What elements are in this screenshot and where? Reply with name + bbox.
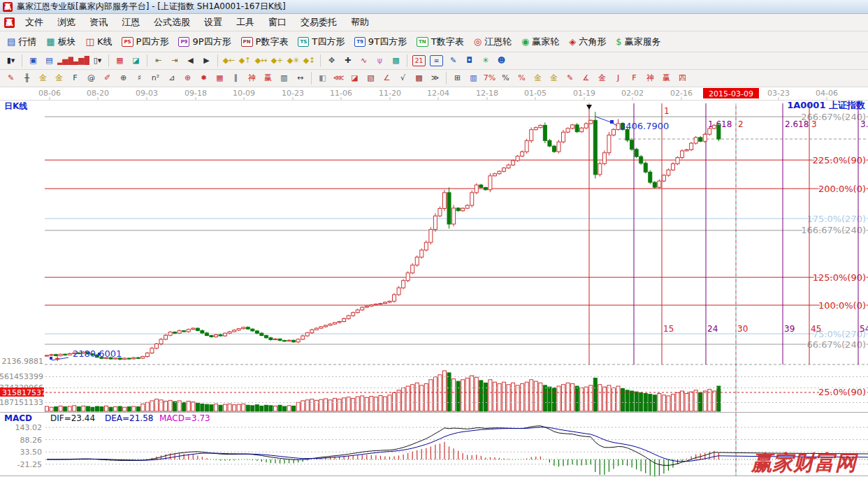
box-select-icon[interactable]: ◧ (314, 71, 331, 85)
watermark: 赢家财富网 (751, 450, 859, 475)
crosshair-icon[interactable]: ✚ (340, 54, 356, 68)
menu-item-4[interactable]: 公式选股 (147, 15, 196, 30)
target-red-icon[interactable]: ⊕ (180, 71, 196, 85)
gold-grid-1-icon[interactable]: 金 (35, 71, 51, 85)
bars-9-icon[interactable]: ▃▆█ (73, 54, 89, 68)
grid-pattern-icon[interactable]: ▩ (388, 54, 404, 68)
gann-arrow-star-icon[interactable]: ◆✳ (285, 54, 301, 68)
menu-item-7[interactable]: 窗口 (262, 15, 293, 30)
h-measure-icon[interactable]: ↔ (292, 71, 308, 85)
save-disk-icon[interactable]: ◘ (461, 54, 477, 68)
ying-tool-icon[interactable]: 赢 (260, 71, 276, 85)
si-diag-icon[interactable]: 四 (674, 71, 690, 85)
dense-grid-icon[interactable]: ♯ (131, 71, 147, 85)
menu-item-2[interactable]: 资讯 (83, 15, 114, 30)
menu-item-6[interactable]: 工具 (230, 15, 261, 30)
multi-color-chart-icon[interactable]: ◪ (128, 54, 144, 68)
date-tick-label: 12-18 (476, 89, 498, 98)
t-square-button[interactable]: TST四方形 (294, 34, 349, 50)
wave-tool-icon[interactable]: ∡ (578, 71, 594, 85)
t-number-table-button[interactable]: TNT数字表 (412, 34, 468, 50)
gann-arrow-cross-icon[interactable]: ◆+ (269, 54, 285, 68)
angle-line-icon[interactable]: ∿ (356, 54, 372, 68)
notebook-icon[interactable]: ✎ (445, 54, 461, 68)
parallel-lines-icon[interactable]: ≫ (427, 71, 443, 85)
gann-wheel-button[interactable]: ◎江恩轮 (470, 34, 516, 50)
ruler-grid-icon[interactable]: ▥ (276, 71, 292, 85)
p-square-button[interactable]: PSP四方形 (117, 34, 173, 50)
star-target-icon[interactable]: ✹ (196, 71, 212, 85)
volume-tool-icon[interactable]: ▥ (465, 71, 482, 85)
p-number-table-button[interactable]: PNP数字表 (237, 34, 293, 50)
menu-item-5[interactable]: 设置 (198, 15, 229, 30)
quote-board-icon[interactable]: ▤ (41, 54, 57, 68)
shen-diag-icon[interactable]: 神 (642, 71, 658, 85)
grid-target-icon[interactable]: ▦ (212, 71, 228, 85)
angle-fan-icon[interactable]: ∠ (379, 71, 395, 85)
pct-line-icon[interactable]: % (514, 71, 530, 85)
grid-tool-icon[interactable]: ╫ (19, 71, 35, 85)
fan-lines-icon[interactable]: ⋘ (331, 71, 347, 85)
f-grid-icon[interactable]: F (67, 71, 83, 85)
draw-pen-icon[interactable]: ✎ (3, 71, 19, 85)
shen-tool-icon[interactable]: 神 (244, 71, 260, 85)
menu-item-9[interactable]: 帮助 (345, 15, 375, 30)
toolbar-separator (108, 54, 109, 67)
macd-hist-value: MACD=3.73 (159, 413, 210, 423)
calculator-icon[interactable]: ≡ (430, 55, 443, 66)
candle-style-icon[interactable]: ▮▾ (3, 54, 19, 68)
winner-wheel-button[interactable]: ◉赢家轮 (517, 34, 563, 50)
pen-gold-icon[interactable]: ✎ (562, 71, 578, 85)
gold-diag-icon[interactable]: 金 (594, 71, 610, 85)
goto-last-icon[interactable]: ⇥ (166, 54, 182, 68)
sectors-button[interactable]: ▦板块 (42, 34, 80, 50)
bars-3-icon[interactable]: ▂▅▇ (57, 54, 73, 68)
menu-item-8[interactable]: 交易委托 (294, 15, 343, 30)
window-zoom-icon[interactable]: ▣ (25, 54, 41, 68)
quotes-button[interactable]: ▤行情 (3, 34, 41, 50)
winner-wheel-icon: ◉ (521, 37, 529, 47)
seven-pct-icon[interactable]: 7% (482, 71, 498, 85)
gann-arrow-left-icon[interactable]: ◆← (221, 54, 237, 68)
grid-b2-icon[interactable]: ▩ (411, 71, 427, 85)
net-tools-icon[interactable]: ✳ (477, 54, 493, 68)
spiral-icon[interactable]: @ (83, 71, 99, 85)
j-diag-icon[interactable]: J (610, 71, 626, 85)
ying-diag-icon[interactable]: 赢 (658, 71, 674, 85)
menu-item-3[interactable]: 江恩 (115, 15, 146, 30)
shade-box-icon[interactable]: ◪ (347, 71, 363, 85)
prev-bar-icon[interactable]: ◀ (182, 54, 198, 68)
pct-icon[interactable]: % (498, 71, 514, 85)
gann-arrow-up-icon[interactable]: ◆↑ (237, 54, 253, 68)
panel-tool-icon[interactable]: ⊞ (449, 71, 465, 85)
kline-chart[interactable]: 08-0608-2009-0309-1810-0910-2311-0611-20… (0, 87, 868, 479)
compass-circle-icon[interactable]: ⊕ (115, 71, 131, 85)
pattern-match-icon[interactable]: ▦ (112, 54, 128, 68)
pan-hand-icon[interactable]: ✥ (324, 54, 340, 68)
next-bar-icon[interactable]: ▶ (198, 54, 215, 68)
check-line-icon[interactable]: √ (395, 71, 411, 85)
quote-tool-icon[interactable]: ∥ (228, 71, 244, 85)
protractor-icon[interactable]: ⊿ (164, 71, 180, 85)
menu-item-0[interactable]: 文件 (19, 15, 50, 30)
hatch-box-icon[interactable]: ▧ (363, 71, 379, 85)
assistant-icon[interactable]: ☻ (493, 54, 509, 68)
hexagon-button[interactable]: ◈六角形 (565, 34, 610, 50)
f-diag-icon[interactable]: F (626, 71, 642, 85)
gold-grid-2-icon[interactable]: 金 (51, 71, 67, 85)
goto-first-icon[interactable]: ⇤ (150, 54, 166, 68)
calendar-21-icon[interactable]: 21 (412, 55, 426, 66)
gann-arrow-lr-icon[interactable]: ◆↔ (253, 54, 269, 68)
9t-square-button[interactable]: T99T四方形 (350, 34, 411, 50)
winner-service-button[interactable]: $赢家服务 (612, 34, 665, 50)
menu-item-1[interactable]: 浏览 (51, 15, 82, 30)
gann-arrow-ud-icon[interactable]: ◆↕ (301, 54, 317, 68)
gann-ghost-icon[interactable]: ψ (372, 54, 388, 68)
brush-icon[interactable]: ✐ (99, 71, 115, 85)
9p-square-button[interactable]: P99P四方形 (174, 34, 235, 50)
n-square-icon[interactable]: n² (147, 71, 164, 85)
gold-circle-icon[interactable]: 金 (530, 71, 546, 85)
gold-line-icon[interactable]: 金 (546, 71, 562, 85)
bar-width-icon[interactable]: ▯▾ (89, 54, 106, 68)
kline-button[interactable]: ◫K线 (82, 34, 117, 50)
